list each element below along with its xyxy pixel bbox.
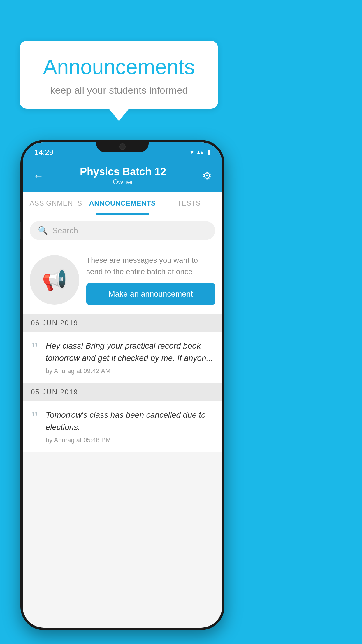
quote-icon: " (31, 341, 39, 355)
tab-announcements[interactable]: ANNOUNCEMENTS (89, 192, 156, 215)
announcement-text-2: Tomorrow's class has been cancelled due … (46, 409, 214, 433)
make-announcement-button[interactable]: Make an announcement (86, 283, 215, 305)
battery-icon: ▮ (207, 148, 210, 156)
bubble-title: Announcements (37, 55, 201, 79)
promo-description: These are messages you want to send to t… (86, 255, 215, 277)
search-bar[interactable]: 🔍 Search (30, 221, 215, 240)
date-header-2: 05 JUN 2019 (23, 383, 222, 401)
megaphone-icon: 📢 (42, 268, 67, 292)
header-title-block: Physics Batch 12 Owner (80, 166, 166, 186)
phone-screen: 14:29 ▾ ▴▴ ▮ ← Physics Batch 12 Owner ⚙ … (23, 142, 222, 628)
announcement-item-1[interactable]: " Hey class! Bring your practical record… (23, 332, 222, 383)
tabs-bar: ASSIGNMENTS ANNOUNCEMENTS TESTS (23, 192, 222, 215)
batch-role: Owner (80, 178, 166, 186)
search-container: 🔍 Search (23, 215, 222, 246)
announcement-promo: 📢 These are messages you want to send to… (23, 246, 222, 314)
announcement-meta-2: by Anurag at 05:48 PM (46, 436, 214, 444)
status-icons: ▾ ▴▴ ▮ (190, 148, 210, 156)
announcement-item-2[interactable]: " Tomorrow's class has been cancelled du… (23, 401, 222, 452)
signal-icon: ▴▴ (197, 148, 203, 156)
announcement-body-1: Hey class! Bring your practical record b… (46, 340, 214, 375)
status-time: 14:29 (34, 148, 53, 157)
search-placeholder: Search (52, 226, 78, 235)
app-header: ← Physics Batch 12 Owner ⚙ (23, 160, 222, 192)
announcement-body-2: Tomorrow's class has been cancelled due … (46, 409, 214, 444)
camera (119, 144, 126, 150)
date-header-1: 06 JUN 2019 (23, 314, 222, 332)
phone-frame: 14:29 ▾ ▴▴ ▮ ← Physics Batch 12 Owner ⚙ … (20, 140, 224, 630)
volume-down-button (224, 228, 224, 257)
speech-bubble: Announcements keep all your students inf… (20, 41, 218, 109)
power-button (224, 204, 224, 219)
back-button[interactable]: ← (33, 170, 44, 182)
batch-title: Physics Batch 12 (80, 166, 166, 178)
settings-button[interactable]: ⚙ (202, 170, 212, 182)
phone-notch (96, 140, 149, 152)
wifi-icon: ▾ (190, 148, 194, 156)
tab-tests[interactable]: TESTS (156, 192, 222, 215)
volume-button (20, 222, 21, 239)
announcement-text-1: Hey class! Bring your practical record b… (46, 340, 214, 364)
search-icon: 🔍 (38, 226, 48, 235)
bubble-subtitle: keep all your students informed (37, 85, 201, 96)
tab-assignments[interactable]: ASSIGNMENTS (23, 192, 89, 215)
quote-icon-2: " (31, 410, 39, 424)
content-area: 🔍 Search 📢 These are messages you want t… (23, 215, 222, 452)
promo-right: These are messages you want to send to t… (86, 255, 215, 305)
megaphone-circle: 📢 (30, 255, 79, 305)
announcement-meta-1: by Anurag at 09:42 AM (46, 367, 214, 375)
